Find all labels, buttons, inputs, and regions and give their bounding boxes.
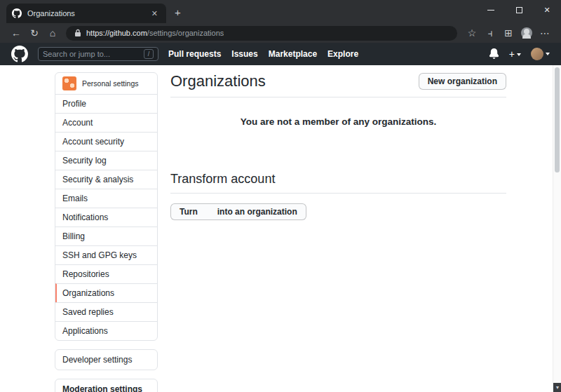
favorites-bar-icon[interactable]: ⫞ <box>481 27 499 39</box>
scrollbar-thumb[interactable] <box>555 67 560 173</box>
browser-titlebar: Organizations ✕ + ✕ <box>0 0 561 23</box>
moderation-settings-label: Moderation settings <box>55 379 157 392</box>
search-placeholder: Search or jump to... <box>43 50 140 58</box>
sidebar-item-security-log[interactable]: Security log <box>55 151 157 170</box>
sidebar-item-ssh-gpg-keys[interactable]: SSH and GPG keys <box>55 245 157 264</box>
developer-settings-card: Developer settings <box>55 349 158 370</box>
turn-button-prefix: Turn <box>180 207 198 217</box>
sidebar-item-saved-replies[interactable]: Saved replies <box>55 302 157 321</box>
transform-account-subhead: Transform account <box>170 172 506 194</box>
organizations-subhead: Organizations New organization <box>170 72 506 97</box>
minimize-button[interactable] <box>477 0 505 20</box>
tab-close-icon[interactable]: ✕ <box>149 8 161 20</box>
address-bar[interactable]: https://github.com/settings/organization… <box>66 26 457 41</box>
browser-profile-avatar[interactable] <box>521 27 532 39</box>
browser-tab[interactable]: Organizations ✕ <box>6 4 166 23</box>
sidebar-item-account[interactable]: Account <box>55 113 157 132</box>
new-organization-button[interactable]: New organization <box>419 73 506 90</box>
url-domain: https://github.com <box>86 29 147 37</box>
settings-sidebar: Personal settings Profile Account Accoun… <box>55 72 158 392</box>
url-text: https://github.com/settings/organization… <box>86 29 224 37</box>
sidebar-item-account-security[interactable]: Account security <box>55 132 157 151</box>
moderation-settings-card: Moderation settings Blocked users <box>55 379 158 392</box>
notifications-bell-icon[interactable] <box>489 48 499 59</box>
nav-pull-requests[interactable]: Pull requests <box>168 49 221 59</box>
transform-account-title: Transform account <box>170 172 506 187</box>
create-new-dropdown[interactable]: + <box>509 48 521 60</box>
browser-window: Organizations ✕ + ✕ ← ↻ ⌂ https://github… <box>0 0 561 392</box>
lock-icon <box>74 29 81 37</box>
sidebar-item-notifications[interactable]: Notifications <box>55 208 157 227</box>
github-favicon-icon <box>12 8 22 18</box>
sidebar-item-developer-settings[interactable]: Developer settings <box>55 350 157 370</box>
nav-issues[interactable]: Issues <box>231 49 257 59</box>
maximize-icon <box>516 7 522 13</box>
favorites-star-icon[interactable]: ☆ <box>463 27 481 39</box>
nav-marketplace[interactable]: Marketplace <box>269 49 317 59</box>
github-header: Search or jump to... / Pull requests Iss… <box>0 43 561 65</box>
user-identicon <box>62 76 76 90</box>
turn-into-organization-button[interactable]: Turn into an organization <box>170 203 306 220</box>
sidebar-item-organizations[interactable]: Organizations <box>55 283 157 302</box>
sidebar-item-emails[interactable]: Emails <box>55 189 157 208</box>
main-panel: Organizations New organization You are n… <box>170 72 506 392</box>
nav-explore[interactable]: Explore <box>327 49 358 59</box>
new-tab-button[interactable]: + <box>175 6 181 18</box>
page-title: Organizations <box>170 72 266 90</box>
slash-key-hint: / <box>144 49 154 59</box>
scrollbar-down-button[interactable]: ▼ <box>553 383 561 392</box>
caret-down-icon <box>546 53 550 55</box>
url-path: /settings/organizations <box>147 29 224 37</box>
caret-down-icon <box>517 53 521 56</box>
maximize-button[interactable] <box>505 0 533 20</box>
github-search-input[interactable]: Search or jump to... / <box>38 47 158 61</box>
personal-settings-label: Personal settings <box>82 79 139 88</box>
sidebar-item-security-analysis[interactable]: Security & analysis <box>55 170 157 189</box>
page-content: Personal settings Profile Account Accoun… <box>0 65 561 392</box>
github-nav: Pull requests Issues Marketplace Explore <box>168 49 358 59</box>
user-menu-dropdown[interactable] <box>531 48 550 61</box>
personal-settings-card: Personal settings Profile Account Accoun… <box>55 72 158 341</box>
empty-organizations-message: You are not a member of any organization… <box>170 97 506 158</box>
plus-icon: + <box>509 48 515 60</box>
minimize-icon <box>487 10 494 11</box>
github-header-actions: + <box>489 48 550 61</box>
home-icon[interactable]: ⌂ <box>43 27 62 39</box>
turn-button-suffix: into an organization <box>217 207 297 217</box>
personal-settings-header: Personal settings <box>55 73 157 94</box>
page-scrollbar[interactable]: ▼ <box>553 65 561 392</box>
browser-toolbar: ← ↻ ⌂ https://github.com/settings/organi… <box>0 23 561 43</box>
settings-container: Personal settings Profile Account Accoun… <box>55 65 506 392</box>
refresh-icon[interactable]: ↻ <box>25 27 43 39</box>
tab-title: Organizations <box>27 9 143 18</box>
sidebar-item-billing[interactable]: Billing <box>55 227 157 245</box>
github-logo-icon[interactable] <box>11 46 28 62</box>
collections-icon[interactable]: ⊞ <box>499 27 518 39</box>
close-button[interactable]: ✕ <box>533 0 561 20</box>
user-avatar <box>531 48 543 60</box>
back-icon[interactable]: ← <box>7 27 25 39</box>
browser-menu-icon[interactable]: ⋯ <box>536 27 554 39</box>
window-controls: ✕ <box>477 0 561 20</box>
sidebar-item-applications[interactable]: Applications <box>55 321 157 340</box>
sidebar-item-repositories[interactable]: Repositories <box>55 264 157 283</box>
sidebar-item-profile[interactable]: Profile <box>55 94 157 113</box>
